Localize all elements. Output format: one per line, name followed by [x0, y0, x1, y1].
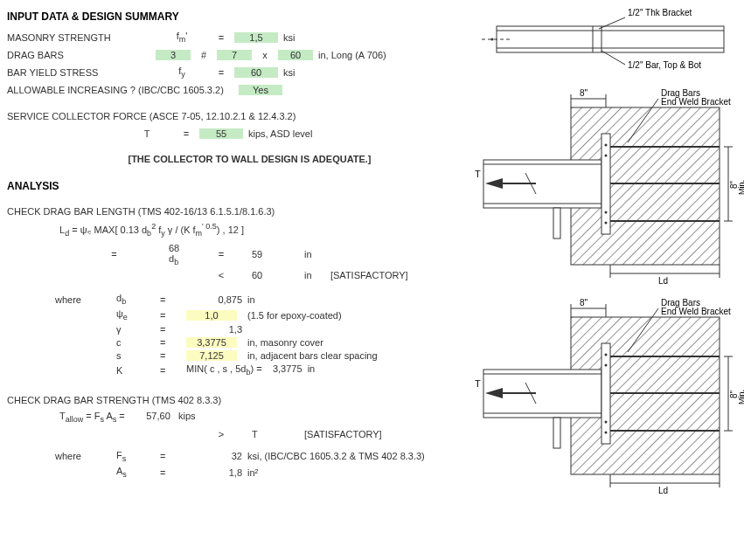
eq-sign: = — [208, 32, 234, 43]
row-masonry: MASONRY STRENGTH fm' = 1,5 ksi — [7, 30, 457, 45]
svg-text:End Weld Bracket: End Weld Bracket — [661, 97, 731, 107]
svg-text:8": 8" — [580, 298, 588, 308]
strength-formula: Tallow = Fs As = 57,60 kips — [59, 411, 457, 424]
length-where-table: where db = 0,875 in ψe = 1,0 (1.5 for ep… — [55, 293, 457, 377]
where-label: where — [55, 451, 116, 461]
drag-hash: # — [191, 50, 217, 60]
svg-rect-60 — [553, 418, 560, 448]
diagram-elevation-2: 8" Drag Bars End Weld Bracket T 8" Min. — [475, 295, 744, 496]
drag-x: x — [252, 50, 278, 60]
strength-where-table: where Fs = 32 ksi, (IBC/CBC 1605.3.2 & T… — [55, 450, 457, 479]
masonry-label: MASONRY STRENGTH — [7, 32, 156, 43]
yield-unit: ksi — [283, 67, 295, 78]
row-allowable: ALLOWABLE INCREASING ? (IBC/CBC 1605.3.2… — [7, 82, 457, 98]
svg-point-21 — [605, 144, 608, 147]
where-label: where — [55, 294, 116, 305]
svg-point-56 — [605, 432, 608, 434]
length-result-1: = 68 db = 59 in — [59, 243, 457, 266]
diagram-elevation-1: 8" Drag Bars End Weld Bracket T — [475, 86, 744, 287]
row-force-label: SERVICE COLLECTOR FORCE (ASCE 7-05, 12.1… — [7, 108, 457, 124]
yield-label: BAR YIELD STRESS — [7, 67, 156, 78]
svg-text:Min.: Min. — [737, 180, 744, 195]
drag-size[interactable]: 7 — [217, 50, 252, 60]
allowable-label: ALLOWABLE INCREASING ? (IBC/CBC 1605.3.2… — [7, 85, 239, 95]
drag-unit: in, Long (A 706) — [318, 50, 386, 60]
svg-text:1/2" Bar, Top & Bot: 1/2" Bar, Top & Bot — [628, 60, 701, 70]
svg-text:Ld: Ld — [658, 276, 668, 286]
force-value[interactable]: 55 — [199, 128, 243, 139]
drag-label: DRAG BARS — [7, 50, 156, 60]
heading-input: INPUT DATA & DESIGN SUMMARY — [7, 10, 457, 23]
svg-rect-52 — [601, 343, 610, 444]
eq-sign: = — [208, 67, 234, 78]
yield-value[interactable]: 60 — [234, 67, 278, 78]
length-title: CHECK DRAG BAR LENGTH (TMS 402-16/13 6.1… — [7, 206, 457, 217]
force-unit: kips, ASD level — [248, 128, 312, 139]
diagram-bracket: 1/2" Thk Bracket 1/2" Bar, Top & Bot — [475, 7, 737, 77]
masonry-value[interactable]: 1,5 — [234, 32, 278, 43]
svg-point-24 — [605, 222, 608, 225]
svg-text:Ld: Ld — [658, 486, 668, 495]
strength-title: CHECK DRAG BAR STRENGTH (TMS 402 8.3.3) — [7, 395, 457, 405]
psi-value[interactable]: 1,0 — [186, 310, 237, 321]
length-result-2: < 60 in [SATISFACTORY] — [59, 270, 457, 280]
svg-point-55 — [605, 421, 608, 424]
svg-rect-28 — [553, 208, 560, 239]
allowable-value[interactable]: Yes — [239, 85, 282, 95]
row-yield: BAR YIELD STRESS fy = 60 ksi — [7, 65, 457, 80]
force-symbol: T — [121, 128, 173, 139]
svg-point-7 — [491, 38, 494, 41]
svg-text:1/2" Thk Bracket: 1/2" Thk Bracket — [628, 8, 692, 17]
masonry-unit: ksi — [283, 32, 295, 43]
row-drag-bars: DRAG BARS 3 # 7 x 60 in, Long (A 706) — [7, 47, 457, 63]
svg-point-23 — [605, 211, 608, 214]
svg-text:Min.: Min. — [737, 390, 744, 404]
eq-sign: = — [173, 128, 199, 139]
heading-analysis: ANALYSIS — [7, 180, 457, 192]
svg-rect-20 — [601, 134, 610, 234]
length-formula: Ld = ψₑ MAX[ 0.13 db2 fy γ / (K fm' 0.5)… — [59, 222, 457, 238]
yield-symbol: fy — [156, 66, 208, 79]
svg-text:End Weld Bracket: End Weld Bracket — [661, 307, 731, 316]
drag-qty[interactable]: 3 — [156, 50, 191, 60]
drag-len[interactable]: 60 — [278, 50, 313, 60]
strength-result: > T [SATISFACTORY] — [59, 429, 457, 439]
svg-point-22 — [605, 155, 608, 157]
c-value[interactable]: 3,3775 — [186, 337, 237, 348]
adequate-note: [THE COLLECTOR TO WALL DESIGN IS ADEQUAT… — [42, 154, 457, 164]
force-label: SERVICE COLLECTOR FORCE (ASCE 7-05, 12.1… — [7, 111, 296, 121]
svg-text:8": 8" — [580, 88, 588, 98]
svg-text:T: T — [475, 378, 481, 389]
svg-point-53 — [605, 354, 608, 356]
masonry-symbol: fm' — [156, 31, 208, 44]
svg-point-54 — [605, 364, 608, 367]
s-value[interactable]: 7,125 — [186, 350, 237, 361]
svg-text:T: T — [475, 169, 481, 179]
row-force-value: T = 55 kips, ASD level — [121, 126, 457, 142]
